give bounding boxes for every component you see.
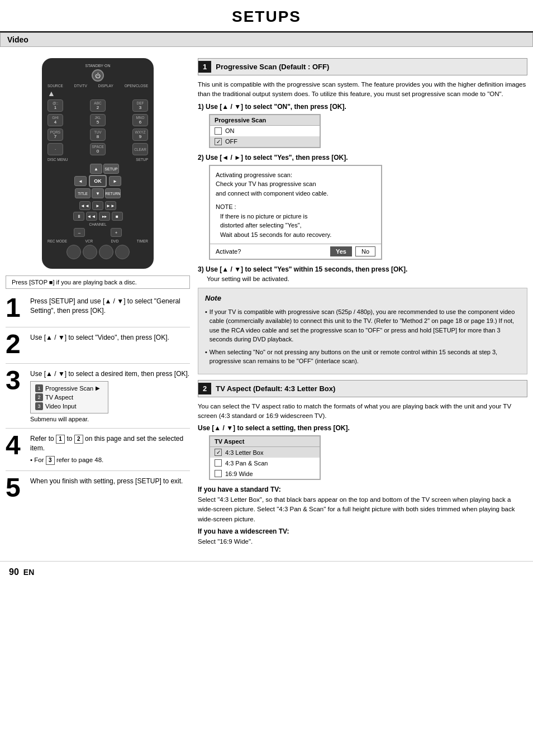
btn-9[interactable]: WXYZ9: [132, 129, 148, 141]
fast-forward-btn[interactable]: ►►: [105, 201, 116, 210]
widescreen-body: Select "16:9 Wide".: [198, 537, 527, 546]
submenu-note: Submenu will appear.: [30, 416, 189, 422]
source-label: SOURCE: [47, 84, 63, 88]
dtv-label: DTV/TV: [74, 84, 87, 88]
ok-button[interactable]: OK: [89, 175, 107, 187]
nav-right-btn[interactable]: ►: [109, 176, 121, 186]
stop-note: Press [STOP ■] if you are playing back a…: [6, 275, 190, 289]
activate-line2: Check your TV has progressive scan: [216, 179, 375, 189]
numpad-row2: GHI4 JKL5 MNO6: [47, 114, 148, 126]
note-box: Note If your TV is compatible with progr…: [198, 288, 527, 374]
btn-clear[interactable]: CLEAR: [132, 143, 148, 155]
step4-content: Refer to 1 to 2 on this page and set the…: [30, 432, 190, 465]
standard-tv-body: Select "4:3 Letter Box", so that black b…: [198, 495, 527, 524]
activate-footer: Activate? Yes No: [210, 244, 381, 259]
tv-aspect-wide-label: 16:9 Wide: [225, 470, 253, 477]
setup-btn[interactable]: SETUP: [103, 164, 119, 174]
prog-scan-on-checkbox[interactable]: [215, 127, 222, 135]
section1-step3-sub: Your setting will be activated.: [198, 275, 527, 282]
activate-note-line2: distorted after selecting "Yes",: [220, 221, 375, 230]
title-btn[interactable]: TITLE: [75, 188, 91, 198]
timer-label: TIMER: [137, 239, 148, 243]
activate-note-body: If there is no picture or picture is dis…: [216, 212, 375, 240]
submenu-label-1: Progressive Scan: [45, 385, 93, 392]
rec-btn[interactable]: [66, 245, 81, 259]
nav-up-row: ▲ SETUP: [77, 164, 119, 174]
vcr-label: VCR: [85, 239, 93, 243]
btn-5[interactable]: JKL5: [90, 114, 106, 126]
step3-content: Use [▲ / ▼] to select a desired item, th…: [30, 367, 189, 422]
step5-text: When you finish with setting, press [SET…: [30, 474, 183, 486]
tv-aspect-pan-scan-checkbox[interactable]: [215, 459, 222, 467]
rewind-btn[interactable]: ◄◄: [79, 201, 91, 210]
ch-plus-btn[interactable]: +: [111, 228, 122, 237]
numpad-row3: PQRS7 TUV8 WXYZ9: [47, 129, 148, 141]
tv-aspect-letter-box-row: 4:3 Letter Box: [210, 447, 320, 458]
left-step-3: 3 Use [▲ / ▼] to select a desired item, …: [6, 367, 190, 422]
activate-yes-btn[interactable]: Yes: [330, 246, 352, 256]
play-btn[interactable]: ►: [92, 201, 103, 210]
btn-6[interactable]: MNO6: [132, 114, 148, 126]
btn-1[interactable]: @::1: [47, 99, 63, 112]
right-column: 1 Progressive Scan (Default : OFF) This …: [198, 58, 527, 550]
activate-no-btn[interactable]: No: [355, 246, 375, 256]
slow-forward-btn[interactable]: ▸▸: [99, 212, 110, 221]
btn-3[interactable]: DEF3: [132, 99, 148, 112]
step4-text-b: to: [66, 435, 74, 443]
left-step-1: 1 Press [SETUP] and use [▲ / ▼] to selec…: [6, 294, 190, 321]
setup-label: SETUP: [136, 158, 148, 161]
step1-text: Press [SETUP] and use [▲ / ▼] to select …: [30, 294, 190, 316]
activate-body: Activating progressive scan: Check your …: [210, 166, 381, 244]
return-btn[interactable]: RETURN: [105, 188, 121, 198]
section1-body: This unit is compatible with the progres…: [198, 80, 527, 99]
nav-mid-row: ◄ OK ►: [74, 175, 121, 187]
btn-0[interactable]: SPACE0: [90, 143, 106, 155]
section1-step1-label: 1) Use [▲ / ▼] to select "ON", then pres…: [198, 103, 527, 111]
stop-btn[interactable]: ■: [112, 212, 123, 221]
step4-text-a: Refer to: [30, 435, 54, 443]
power-button[interactable]: ⏻: [92, 69, 104, 82]
submenu-label-2: TV Aspect: [45, 394, 73, 401]
tv-aspect-letter-box-checkbox[interactable]: [215, 449, 222, 456]
open-close-btn[interactable]: ▲: [47, 89, 55, 98]
ch-minus-btn[interactable]: –: [74, 228, 85, 237]
step4-sub-note2: refer to page 48.: [56, 457, 103, 463]
transport-row1: ◄◄ ► ►►: [47, 201, 148, 210]
tv-aspect-title: TV Aspect: [210, 436, 320, 447]
submenu-item-2: 2 TV Aspect: [35, 393, 103, 402]
step4-sub-note: • For: [30, 457, 44, 463]
tv-aspect-wide-checkbox[interactable]: [215, 470, 222, 477]
btn-dot[interactable]: ·: [47, 143, 63, 155]
btn-7[interactable]: PQRS7: [47, 129, 63, 141]
submenu-label-3: Video Input: [45, 403, 76, 410]
nav-down-btn[interactable]: ▼: [92, 188, 104, 198]
activate-note-line1: If there is no picture or picture is: [220, 212, 375, 221]
pause-btn[interactable]: ⏸: [73, 212, 84, 221]
remote-top-labels: SOURCE DTV/TV DISPLAY OPEN/CLOSE: [47, 84, 148, 88]
nav-down-row: TITLE ▼ RETURN: [75, 188, 121, 198]
numpad-row1: @::1 ABC2 DEF3: [47, 99, 148, 112]
left-step-4: 4 Refer to 1 to 2 on this page and set t…: [6, 432, 190, 465]
submenu-box: 1 Progressive Scan ▶ 2 TV Aspect 3 Video…: [30, 381, 108, 413]
activate-question: Activate?: [216, 248, 241, 255]
btn-8[interactable]: TUV8: [90, 129, 106, 141]
step2-num: 2: [6, 331, 26, 358]
page-title: SETUPS: [0, 0, 533, 32]
vcr-btn[interactable]: [83, 245, 97, 259]
btn-4[interactable]: GHI4: [47, 114, 63, 126]
prog-scan-off-row: OFF: [210, 136, 320, 147]
prog-scan-off-checkbox[interactable]: [215, 138, 222, 145]
nav-up-btn[interactable]: ▲: [90, 164, 102, 174]
timer-btn[interactable]: [115, 245, 130, 259]
section1-title-bar: 1 Progressive Scan (Default : OFF): [198, 58, 527, 75]
tv-aspect-wide-row: 16:9 Wide: [210, 468, 320, 479]
display-label: DISPLAY: [98, 84, 113, 88]
channel-row: – +: [47, 228, 148, 237]
dvd-btn[interactable]: [99, 245, 113, 259]
slow-rewind-btn[interactable]: ◄◄: [86, 212, 97, 221]
note-bullet-1: If your TV is compatible with progressiv…: [205, 307, 520, 344]
nav-left-btn[interactable]: ◄: [74, 176, 87, 186]
submenu-item-3: 3 Video Input: [35, 402, 103, 411]
section2-num: 2: [198, 383, 211, 394]
btn-2[interactable]: ABC2: [90, 99, 106, 112]
